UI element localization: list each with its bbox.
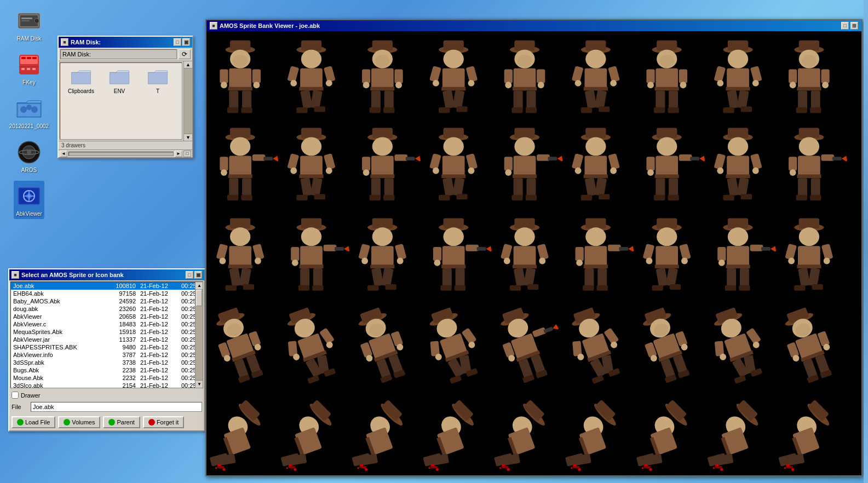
desktop-icon-folder2012[interactable]: 20120221_0002 xyxy=(7,93,51,131)
forget-label: Forget it xyxy=(157,419,179,426)
vscroll-up-btn[interactable]: ▲ xyxy=(184,61,192,68)
file-date-0: 21-Feb-12 xyxy=(140,283,181,289)
file-name-12: Mouse.Abk xyxy=(13,375,110,381)
sprite-viewer-close-btn[interactable]: ■ xyxy=(210,22,217,30)
file-vscroll-down[interactable]: ▼ xyxy=(196,380,203,388)
clipboards-folder-icon xyxy=(70,69,92,87)
file-row-2[interactable]: Baby_AMOS.Abk 24592 21-Feb-12 00:25 xyxy=(11,297,203,305)
file-row-11[interactable]: Bugs.Abk 2238 21-Feb-12 00:25 xyxy=(11,366,203,374)
ram-disk-close-btn[interactable]: ■ xyxy=(61,38,68,46)
file-row-12[interactable]: Mouse.Abk 2232 21-Feb-12 00:25 xyxy=(11,374,203,382)
file-name-9: AbkViewer.info xyxy=(13,352,110,358)
svg-point-18 xyxy=(26,105,32,110)
file-selector-min-btn[interactable]: □ xyxy=(186,271,193,279)
svg-point-4 xyxy=(36,20,38,22)
ram-disk-window: ■ RAM Disk: □ ▣ ⟳ Clipboards xyxy=(58,36,193,158)
file-size-8: 9480 xyxy=(110,344,140,350)
vscroll-down-btn[interactable]: ▼ xyxy=(184,134,192,141)
svg-rect-11 xyxy=(32,57,37,59)
hscroll-resize-btn[interactable]: □ xyxy=(183,151,191,157)
file-row-9[interactable]: AbkViewer.info 3787 21-Feb-12 00:25 xyxy=(11,351,203,359)
ram-disk-path-input[interactable] xyxy=(60,49,177,59)
file-selector-title: Select an AMOS Sprite or Icon bank xyxy=(21,272,124,278)
load-file-button[interactable]: Load File xyxy=(12,416,55,428)
file-name-7: AbkViewer.jar xyxy=(13,336,110,343)
forget-button[interactable]: Forget it xyxy=(143,416,184,428)
ram-disk-item-clipboards[interactable]: Clipboards xyxy=(65,67,97,96)
file-date-11: 21-Feb-12 xyxy=(140,367,181,373)
sprite-viewer-title: AMOS Sprite Bank Viewer - joe.abk xyxy=(220,22,320,29)
volumes-button[interactable]: Volumes xyxy=(58,416,100,428)
file-row-4[interactable]: AbkViewer 20658 21-Feb-12 00:25 xyxy=(11,313,203,320)
file-date-1: 21-Feb-12 xyxy=(140,290,181,297)
vscroll-track xyxy=(184,68,192,134)
sprite-viewer-min-btn[interactable]: □ xyxy=(841,22,849,30)
drawer-checkbox-group: Drawer xyxy=(12,392,40,399)
parent-button[interactable]: Parent xyxy=(103,416,140,428)
desktop-icon-folder2012-label: 20120221_0002 xyxy=(9,123,49,129)
right-border-strip xyxy=(864,0,868,483)
file-size-4: 20658 xyxy=(110,313,140,320)
file-date-5: 21-Feb-12 xyxy=(140,321,181,327)
file-controls: Drawer xyxy=(9,389,204,401)
file-name-6: MequaSprites.Abk xyxy=(13,329,110,335)
sprite-sheet-svg xyxy=(206,31,861,475)
file-row-13[interactable]: 3dSlco.abk 2154 21-Feb-12 00:25 xyxy=(11,382,203,388)
file-date-10: 21-Feb-12 xyxy=(140,359,181,366)
desktop-icon-aros-label: AROS xyxy=(21,167,37,173)
file-name-13: 3dSlco.abk xyxy=(13,382,110,388)
file-row-0[interactable]: Joe.abk 100810 21-Feb-12 00:25 xyxy=(11,282,203,290)
file-vscroll-thumb[interactable] xyxy=(196,290,202,306)
svg-rect-39 xyxy=(225,114,238,121)
ram-disk-refresh-btn[interactable]: ⟳ xyxy=(179,49,191,59)
file-row-3[interactable]: doug.abk 23260 21-Feb-12 00:25 xyxy=(11,305,203,313)
file-size-3: 23260 xyxy=(110,306,140,312)
svg-rect-5 xyxy=(21,18,32,19)
drawer-checkbox[interactable] xyxy=(12,392,19,399)
folder2012-icon xyxy=(16,95,42,122)
file-row-10[interactable]: 3dSSpr.abk 3738 21-Feb-12 00:25 xyxy=(11,359,203,366)
ram-disk-hscrollbar: ◄ ► □ xyxy=(59,150,192,157)
desktop-icon-ramdisk[interactable]: RAM Disk xyxy=(14,5,44,44)
desktop-icon-abkviewer[interactable]: AbkViewer xyxy=(14,181,44,219)
file-vscroll-up[interactable]: ▲ xyxy=(196,282,203,290)
env-label: ENV xyxy=(114,88,125,94)
sprite-viewer-max-btn[interactable]: ⊞ xyxy=(850,22,858,30)
svg-point-23 xyxy=(27,150,31,154)
file-input[interactable] xyxy=(31,402,202,412)
load-file-label: Load File xyxy=(25,419,50,426)
file-row-1[interactable]: EHB64.abk 97158 21-Feb-12 00:25 xyxy=(11,290,203,297)
svg-rect-10 xyxy=(27,57,31,59)
ram-disk-max-btn[interactable]: ▣ xyxy=(182,38,190,46)
forget-icon xyxy=(148,419,155,426)
hscroll-track xyxy=(68,152,174,156)
file-row-5[interactable]: AbkViewer.c 18483 21-Feb-12 00:25 xyxy=(11,320,203,328)
file-row-8[interactable]: SHAPESSPRITES.ABK 9480 21-Feb-12 00:25 xyxy=(11,343,203,351)
file-size-1: 97158 xyxy=(110,290,140,297)
volumes-icon xyxy=(64,419,70,426)
ram-disk-titlebar: ■ RAM Disk: □ ▣ xyxy=(59,37,192,48)
file-date-6: 21-Feb-12 xyxy=(140,329,181,335)
ram-disk-min-btn[interactable]: □ xyxy=(174,38,181,46)
file-name-1: EHB64.abk xyxy=(13,290,110,297)
hscroll-left-btn[interactable]: ◄ xyxy=(60,151,67,157)
file-size-13: 2154 xyxy=(110,382,140,388)
sprite-content xyxy=(206,31,861,475)
desktop-icon-fkey[interactable]: FKey xyxy=(14,49,44,88)
file-name-5: AbkViewer.c xyxy=(13,321,110,327)
hscroll-right-btn[interactable]: ► xyxy=(175,151,182,157)
svg-point-80 xyxy=(219,127,222,130)
file-date-7: 21-Feb-12 xyxy=(140,336,181,343)
file-selector-max-btn[interactable]: ▣ xyxy=(194,271,202,279)
file-row-7[interactable]: AbkViewer.jar 11337 21-Feb-12 00:25 xyxy=(11,336,203,343)
file-list-inner[interactable]: Joe.abk 100810 21-Feb-12 00:25 EHB64.abk… xyxy=(11,282,203,388)
parent-label: Parent xyxy=(117,419,134,426)
ram-disk-item-t[interactable]: T xyxy=(141,67,174,96)
file-row-6[interactable]: MequaSprites.Abk 15918 21-Feb-12 00:25 xyxy=(11,328,203,336)
file-date-2: 21-Feb-12 xyxy=(140,298,181,304)
desktop-icon-aros[interactable]: AROS xyxy=(14,137,44,175)
desktop-icon-ramdisk-label: RAM Disk xyxy=(17,36,41,42)
ram-disk-item-env[interactable]: ENV xyxy=(103,67,136,96)
file-selector-close-btn[interactable]: ■ xyxy=(12,271,19,279)
file-size-2: 24592 xyxy=(110,298,140,304)
